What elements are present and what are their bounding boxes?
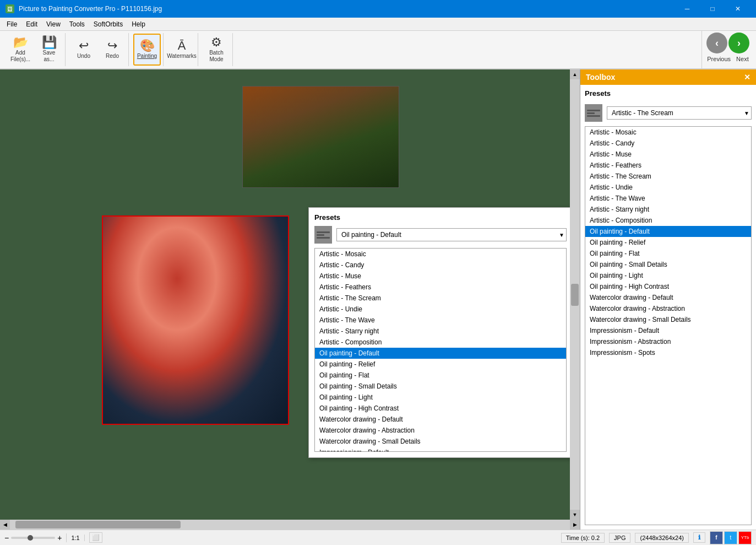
toolbox-list-item[interactable]: Artistic - Muse [585,149,751,160]
toolbar: 📂 Add File(s)... 💾 Save as... ↩ Undo ↪ R… [0,31,756,69]
floating-list-item[interactable]: Artistic - Feathers [315,282,566,293]
nav-section: ‹ › Previous Next [701,30,752,69]
toolbox-list-item[interactable]: Oil painting - Default [585,226,751,237]
floating-list-item[interactable]: Artistic - The Scream [315,293,566,304]
floating-list-item[interactable]: Artistic - The Wave [315,315,566,326]
save-icon: 💾 [42,36,57,48]
undo-label: Undo [77,53,90,60]
title-bar-title: Picture to Painting Converter Pro - P111… [19,5,162,13]
preset-icon [585,104,602,122]
toolbox-list-item[interactable]: Artistic - The Wave [585,193,751,204]
hscroll-left-arrow[interactable]: ◀ [0,520,10,530]
floating-list-item[interactable]: Watercolor drawing - Abstraction [315,425,566,436]
vscroll-thumb[interactable] [571,284,579,306]
next-button[interactable]: › [728,33,749,53]
close-button[interactable]: ✕ [725,0,750,18]
status-bar: − + 1:1 ⬜ Time (s): 0.2 JPG (2448x3264x2… [0,530,756,545]
floating-list-item[interactable]: Watercolor drawing - Default [315,414,566,425]
previous-button[interactable]: ‹ [706,33,727,53]
menu-file[interactable]: File [2,19,21,29]
menu-view[interactable]: View [42,19,65,29]
toolbox-list-item[interactable]: Artistic - The Scream [585,171,751,182]
horizontal-scrollbar[interactable]: ◀ ▶ [0,520,580,530]
toolbox-list-item[interactable]: Watercolor drawing - Default [585,292,751,303]
redo-button[interactable]: ↪ Redo [99,34,126,66]
previous-label: Previous [707,56,731,62]
toolbox-list-item[interactable]: Artistic - Undie [585,182,751,193]
floating-preset-select[interactable]: Oil painting - Default [336,228,567,241]
main-area: Presets Oil painting - Default ▼ [0,69,756,530]
toolbox-list-item[interactable]: Artistic - Feathers [585,160,751,171]
floating-list-item[interactable]: Oil painting - Small Details [315,381,566,392]
painting-button[interactable]: 🎨 Painting [133,34,161,66]
menu-softorbits[interactable]: SoftOrbits [89,19,127,29]
minimize-button[interactable]: ─ [675,0,700,18]
hscroll-right-arrow[interactable]: ▶ [570,520,580,530]
floating-list-item[interactable]: Artistic - Muse [315,271,566,282]
undo-icon: ↩ [79,40,89,52]
floating-list-item[interactable]: Oil painting - High Contrast [315,403,566,414]
toolbox-list-item[interactable]: Artistic - Starry night [585,204,751,215]
floating-list-item[interactable]: Oil painting - Default [315,348,566,359]
save-as-label: Save as... [43,50,56,63]
toolbox-preset-list[interactable]: Artistic - MosaicArtistic - CandyArtisti… [585,126,752,525]
hscroll-thumb[interactable] [15,521,181,528]
hscroll-track[interactable] [10,520,570,530]
vertical-scrollbar[interactable]: ▲ ▼ [570,69,580,520]
floating-list-item[interactable]: Watercolor drawing - Small Details [315,436,566,447]
toolbox-panel: Toolbox ✕ Presets Artistic - The Scream … [580,69,756,530]
share-youtube-button[interactable]: YTb [738,531,752,544]
preset-dropdown[interactable]: Artistic - The Scream [607,106,752,120]
floating-list-item[interactable]: Oil painting - Light [315,392,566,403]
menu-tools[interactable]: Tools [65,19,89,29]
toolbox-list-item[interactable]: Artistic - Mosaic [585,127,751,138]
zoom-in-icon[interactable]: + [57,533,62,542]
preset-select-wrapper: Artistic - The Scream ▼ [607,106,752,120]
floating-list-item[interactable]: Oil painting - Flat [315,370,566,381]
toolbox-list-item[interactable]: Oil painting - Relief [585,237,751,248]
title-bar: 🖼 Picture to Painting Converter Pro - P1… [0,0,756,18]
floating-list-item[interactable]: Oil painting - Relief [315,359,566,370]
floating-list-item[interactable]: Impressionism - Default [315,447,566,452]
share-twitter-button[interactable]: t [724,531,737,544]
status-info-button[interactable]: ℹ [693,532,705,543]
floating-presets-panel: Presets Oil painting - Default ▼ [308,207,570,458]
floating-list-item[interactable]: Artistic - Starry night [315,326,566,337]
floating-list-item[interactable]: Artistic - Mosaic [315,249,566,260]
menu-help[interactable]: Help [127,19,150,29]
floating-presets-title: Presets [314,213,567,222]
undo-button[interactable]: ↩ Undo [70,34,97,66]
scroll-up-arrow[interactable]: ▲ [570,69,580,79]
toolbox-list-item[interactable]: Watercolor drawing - Small Details [585,314,751,325]
toolbox-list-item[interactable]: Impressionism - Spots [585,347,751,358]
scroll-down-arrow[interactable]: ▼ [570,510,580,520]
status-dims: (2448x3264x24) [635,533,689,543]
toolbox-list-item[interactable]: Impressionism - Default [585,325,751,336]
floating-list-item[interactable]: Artistic - Composition [315,337,566,348]
zoom-slider[interactable] [11,537,55,539]
toolbox-list-item[interactable]: Artistic - Candy [585,138,751,149]
add-files-label: Add File(s)... [10,50,30,63]
save-as-button[interactable]: 💾 Save as... [35,34,63,66]
share-facebook-button[interactable]: f [710,531,723,544]
toolbox-list-item[interactable]: Oil painting - High Contrast [585,281,751,292]
floating-list-item[interactable]: Artistic - Candy [315,260,566,271]
toolbox-list-item[interactable]: Oil painting - Light [585,270,751,281]
maximize-button[interactable]: □ [700,0,725,18]
toolbox-list-item[interactable]: Watercolor drawing - Abstraction [585,303,751,314]
zoom-out-icon[interactable]: − [4,533,9,542]
toolbox-list-item[interactable]: Oil painting - Small Details [585,259,751,270]
floating-preset-list[interactable]: Artistic - MosaicArtistic - CandyArtisti… [314,248,567,452]
toolbox-list-item[interactable]: Oil painting - Flat [585,248,751,259]
add-files-button[interactable]: 📂 Add File(s)... [7,34,34,66]
zoom-fit-icon[interactable]: ⬜ [89,532,102,543]
zoom-ratio: 1:1 [71,535,84,541]
toolbox-list-item[interactable]: Impressionism - Abstraction [585,336,751,347]
toolbox-list-item[interactable]: Artistic - Composition [585,215,751,226]
floating-list-item[interactable]: Artistic - Undie [315,304,566,315]
menu-edit[interactable]: Edit [21,19,42,29]
toolbox-close-button[interactable]: ✕ [744,73,750,82]
batch-mode-button[interactable]: ⚙ Batch Mode [203,34,230,66]
watermarks-button[interactable]: Ā Watermarks [168,34,195,66]
redo-label: Redo [106,53,119,60]
